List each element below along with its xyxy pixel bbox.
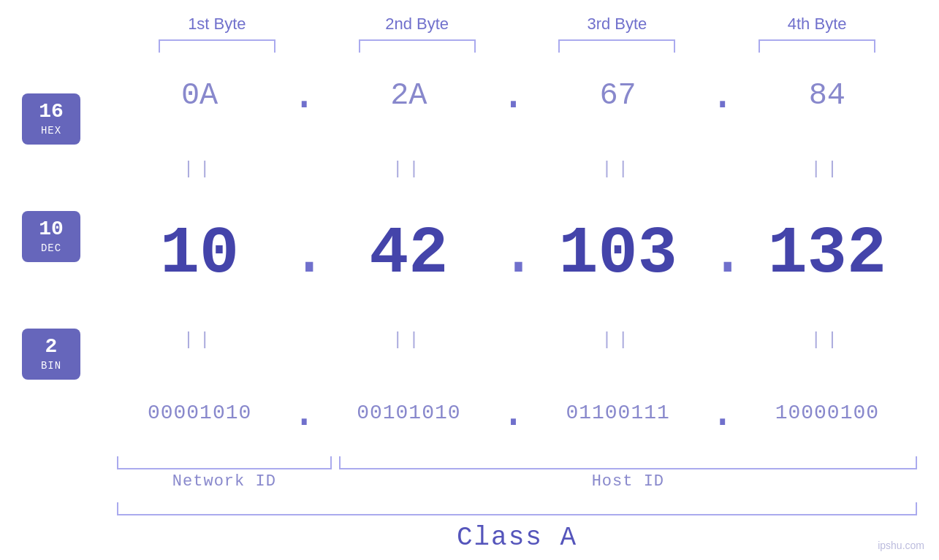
- top-bracket-3: [558, 39, 675, 53]
- network-id-label: Network ID: [117, 472, 332, 491]
- dec-label: DEC: [41, 242, 61, 254]
- dot-bin-2: .: [499, 388, 528, 438]
- bin-b4: 10000100: [737, 402, 917, 424]
- byte1-header: 1st Byte: [117, 15, 317, 34]
- watermark: ipshu.com: [878, 540, 924, 551]
- byte-headers: 1st Byte 2nd Byte 3rd Byte 4th Byte: [22, 0, 917, 34]
- dot-dec-2: .: [499, 217, 528, 291]
- ip-grid: 0A . 2A . 67 . 84 || ||: [110, 53, 917, 456]
- long-bracket: [117, 502, 917, 515]
- bin-label: BIN: [41, 360, 61, 372]
- dec-b2: 42: [319, 221, 498, 287]
- dot-hex-3: .: [708, 71, 737, 120]
- equals-row-2: || || || ||: [110, 330, 917, 350]
- bracket-cell-2: [317, 39, 517, 53]
- byte2-header: 2nd Byte: [317, 15, 517, 34]
- dec-b3: 103: [528, 221, 708, 287]
- dot-hex-1: .: [289, 71, 319, 120]
- bottom-section: Network ID Host ID Class A: [22, 456, 917, 560]
- byte4-header: 4th Byte: [717, 15, 917, 34]
- dot-bin-1: .: [289, 388, 319, 438]
- id-labels: Network ID Host ID: [117, 472, 917, 491]
- eq2-b4: ||: [737, 330, 917, 350]
- bin-row: 00001010 . 00101010 . 01100111 . 1000010…: [110, 388, 917, 438]
- eq2-b1: ||: [110, 330, 289, 350]
- hex-row: 0A . 2A . 67 . 84: [110, 71, 917, 120]
- dot-dec-3: .: [708, 217, 737, 291]
- main-container: 1st Byte 2nd Byte 3rd Byte 4th Byte 16 H…: [0, 0, 939, 560]
- class-label: Class A: [117, 523, 917, 553]
- top-bracket-1: [159, 39, 275, 53]
- bracket-cell-4: [717, 39, 917, 53]
- base-labels: 16 HEX 10 DEC 2 BIN: [22, 53, 110, 456]
- eq1-b3: ||: [528, 159, 708, 179]
- top-bracket-2: [359, 39, 476, 53]
- hex-b1: 0A: [110, 78, 289, 113]
- network-id-bracket: [117, 456, 332, 469]
- hex-b4: 84: [737, 78, 917, 113]
- main-content: 16 HEX 10 DEC 2 BIN 0A . 2A: [22, 53, 917, 456]
- eq2-b2: ||: [319, 330, 498, 350]
- dec-number: 10: [39, 219, 64, 239]
- dec-row: 10 . 42 . 103 . 132: [110, 217, 917, 291]
- dec-b1: 10: [110, 221, 289, 287]
- dec-badge: 10 DEC: [22, 211, 80, 262]
- bin-badge: 2 BIN: [22, 329, 80, 380]
- dot-bin-3: .: [708, 388, 737, 438]
- bin-b1: 00001010: [110, 402, 289, 424]
- bin-b2: 00101010: [319, 402, 498, 424]
- bottom-brackets: [117, 456, 917, 469]
- top-bracket-4: [759, 39, 875, 53]
- bin-number: 2: [45, 337, 58, 357]
- eq1-b2: ||: [319, 159, 498, 179]
- bracket-cell-1: [117, 39, 317, 53]
- bracket-cell-3: [517, 39, 718, 53]
- bin-b3: 01100111: [528, 402, 708, 424]
- hex-number: 16: [39, 101, 64, 122]
- dot-dec-1: .: [289, 217, 319, 291]
- hex-badge: 16 HEX: [22, 93, 80, 145]
- eq2-b3: ||: [528, 330, 708, 350]
- byte3-header: 3rd Byte: [517, 15, 718, 34]
- dot-hex-2: .: [499, 71, 528, 120]
- equals-row-1: || || || ||: [110, 159, 917, 179]
- eq1-b4: ||: [737, 159, 917, 179]
- hex-b2: 2A: [319, 78, 498, 113]
- hex-b3: 67: [528, 78, 708, 113]
- dec-b4: 132: [737, 221, 917, 287]
- hex-label: HEX: [41, 125, 61, 137]
- top-brackets: [22, 39, 917, 53]
- eq1-b1: ||: [110, 159, 289, 179]
- host-id-bracket: [339, 456, 917, 469]
- host-id-label: Host ID: [339, 472, 917, 491]
